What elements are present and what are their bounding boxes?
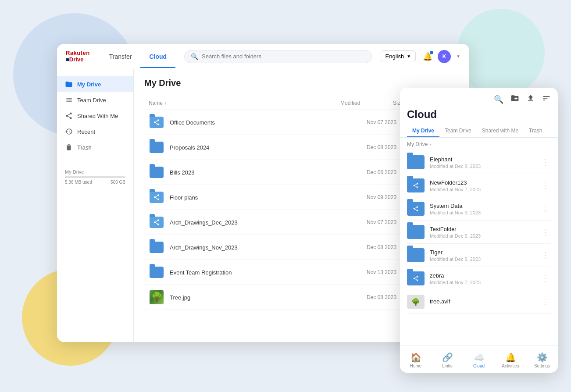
panel-folder-icon xyxy=(407,225,425,239)
right-panel: 🔍 Cloud My Drive Team Drive Shared with … xyxy=(400,88,558,373)
more-options-button[interactable]: ⋮ xyxy=(539,249,551,262)
sidebar-item-trash[interactable]: Trash xyxy=(57,139,133,155)
list-item[interactable]: TestFolder Modified at Dec 6, 2023 ⋮ xyxy=(407,221,551,244)
bottom-nav-links[interactable]: 🔗 Links xyxy=(432,349,463,371)
breadcrumb-arrow: › xyxy=(429,142,431,147)
bottom-nav-icon-links: 🔗 xyxy=(442,352,453,363)
more-options-button[interactable]: ⋮ xyxy=(539,295,551,308)
language-label: English xyxy=(385,53,404,60)
col-name-header: Name ↓ xyxy=(149,100,340,106)
sidebar-item-my-drive[interactable]: My Drive xyxy=(57,76,133,92)
sidebar-label-trash: Trash xyxy=(77,144,92,151)
panel-file-name: tree.avif xyxy=(430,298,539,305)
panel-file-info: TestFolder Modified at Dec 6, 2023 xyxy=(430,226,539,239)
sidebar-item-shared[interactable]: Shared With Me xyxy=(57,108,133,124)
chevron-down-icon-user: ▼ xyxy=(456,54,460,59)
sidebar-label-recent: Recent xyxy=(77,128,95,135)
search-icon: 🔍 xyxy=(191,53,198,60)
file-name: Floor plans xyxy=(170,194,367,201)
sidebar-item-team-drive[interactable]: Team Drive xyxy=(57,92,133,108)
panel-file-name: NewFolder123 xyxy=(430,179,539,186)
panel-sort-icon[interactable] xyxy=(542,94,551,105)
file-area-title: My Drive xyxy=(144,78,459,88)
file-icon-wrap xyxy=(149,239,164,255)
avatar[interactable]: K xyxy=(438,50,451,63)
notification-dot xyxy=(430,51,433,54)
bottom-nav-label-cloud: Cloud xyxy=(473,363,485,368)
file-icon: 🌳 xyxy=(407,295,425,309)
panel-tab-shared[interactable]: Shared with Me xyxy=(477,124,524,137)
panel-file-date: Modified at Nov 7, 2023 xyxy=(430,187,539,192)
bottom-nav-label-home: Home xyxy=(410,363,422,368)
panel-upload-icon[interactable] xyxy=(526,94,535,105)
panel-folder-icon xyxy=(407,248,425,262)
bottom-nav-label-activities: Activities xyxy=(502,363,519,368)
storage-total: 500 GB xyxy=(111,180,125,185)
sidebar-label-team-drive: Team Drive xyxy=(77,97,106,103)
panel-file-name: System Data xyxy=(430,203,539,209)
bg-decor-mint xyxy=(457,9,545,96)
panel-search-icon[interactable]: 🔍 xyxy=(494,95,503,104)
bottom-nav-home[interactable]: 🏠 Home xyxy=(400,349,432,371)
sidebar: My Drive Team Drive Shared With Me Recen… xyxy=(57,69,134,342)
recent-icon xyxy=(65,128,73,135)
list-item[interactable]: NewFolder123 Modified at Nov 7, 2023 ⋮ xyxy=(407,174,551,197)
more-options-button[interactable]: ⋮ xyxy=(539,156,551,169)
sidebar-label-shared: Shared With Me xyxy=(77,113,118,119)
storage-bar xyxy=(65,176,125,178)
bottom-nav-icon-activities: 🔔 xyxy=(505,352,516,363)
file-name: Office Documents xyxy=(170,119,367,126)
more-options-button[interactable]: ⋮ xyxy=(539,225,551,239)
list-item[interactable]: Tiger Modified at Dec 8, 2023 ⋮ xyxy=(407,244,551,267)
tab-transfer[interactable]: Transfer xyxy=(100,45,141,68)
search-area: 🔍 xyxy=(184,50,371,63)
panel-file-name: Elephant xyxy=(430,156,539,163)
panel-file-info: Elephant Modified at Dec 8, 2023 xyxy=(430,156,539,169)
panel-tab-my-drive[interactable]: My Drive xyxy=(407,124,439,137)
folder-icon xyxy=(150,142,164,153)
panel-file-date: Modified at Nov 9, 2023 xyxy=(430,210,539,215)
list-item[interactable]: System Data Modified at Nov 9, 2023 ⋮ xyxy=(407,197,551,221)
list-item[interactable]: Elephant Modified at Dec 8, 2023 ⋮ xyxy=(407,151,551,174)
panel-tab-team-drive[interactable]: Team Drive xyxy=(439,124,477,137)
bottom-nav-cloud[interactable]: ☁️ Cloud xyxy=(463,349,495,371)
panel-file-date: Modified at Dec 8, 2023 xyxy=(430,257,539,262)
file-name: Bills 2023 xyxy=(170,169,367,176)
panel-file-name: Tiger xyxy=(430,249,539,256)
bottom-nav-activities[interactable]: 🔔 Activities xyxy=(495,349,526,371)
list-item[interactable]: 🌳 tree.avif ⋮ xyxy=(407,290,551,314)
file-icon-wrap xyxy=(149,164,164,180)
bottom-nav-label-links: Links xyxy=(442,363,452,368)
notification-button[interactable]: 🔔 xyxy=(423,52,432,61)
header: Rakuten ■Drive Transfer Cloud 🔍 English … xyxy=(57,44,469,69)
more-options-button[interactable]: ⋮ xyxy=(539,179,551,192)
search-input[interactable] xyxy=(202,53,365,60)
file-icon-wrap xyxy=(149,114,164,130)
search-box: 🔍 xyxy=(184,50,371,63)
header-actions: 🔔 K ▼ xyxy=(423,50,460,63)
folder-icon xyxy=(150,267,164,278)
logo-drive: ■Drive xyxy=(66,57,90,63)
tab-cloud[interactable]: Cloud xyxy=(140,45,175,68)
sidebar-item-recent[interactable]: Recent xyxy=(57,124,133,139)
trash-icon xyxy=(65,143,73,151)
panel-file-name: TestFolder xyxy=(430,226,539,232)
folder-shared-icon xyxy=(150,217,164,228)
col-modified-header: Modified xyxy=(340,100,393,106)
nav-tabs: Transfer Cloud xyxy=(100,45,175,68)
sort-icon: ↓ xyxy=(164,100,167,105)
file-icon-wrap xyxy=(149,214,164,230)
file-name: Arch_Drawings_Nov_2023 xyxy=(170,244,367,251)
panel-tab-trash[interactable]: Trash xyxy=(524,124,547,137)
more-options-button[interactable]: ⋮ xyxy=(539,272,551,285)
language-selector[interactable]: English ▼ xyxy=(381,50,416,62)
panel-folder-icon xyxy=(407,202,425,216)
panel-tabs: My Drive Team Drive Shared with Me Trash xyxy=(400,124,558,138)
panel-new-folder-icon[interactable] xyxy=(510,94,519,105)
bottom-nav-icon-home: 🏠 xyxy=(410,352,421,363)
list-item[interactable]: zebra Modified at Nov 7, 2023 ⋮ xyxy=(407,267,551,290)
bottom-nav-settings[interactable]: ⚙️ Settings xyxy=(526,349,558,371)
more-options-button[interactable]: ⋮ xyxy=(539,202,551,215)
file-thumbnail xyxy=(150,290,164,304)
panel-file-name: zebra xyxy=(430,272,539,279)
